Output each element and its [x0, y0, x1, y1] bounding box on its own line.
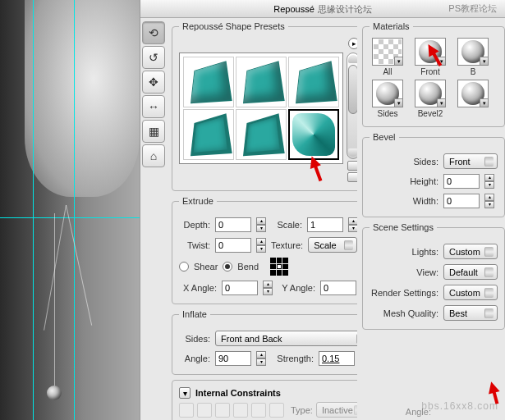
material-extra-swatch[interactable]: ▾ — [457, 80, 489, 107]
xangle-input[interactable]: 0 — [222, 281, 258, 295]
material-bevel2-label: Bevel2 — [418, 109, 443, 118]
presets-flyout-button[interactable]: ▸ — [348, 38, 357, 49]
material-b-label: B — [471, 67, 476, 76]
constraint-icon — [233, 403, 248, 418]
preset-puff[interactable] — [288, 109, 339, 160]
depth-label: Depth: — [179, 220, 210, 230]
preset-cube-2[interactable] — [236, 57, 287, 107]
inflate-strength-input[interactable]: 0.15 — [319, 351, 355, 366]
extrude-group: Extrude Depth: 0 ▴▾ Scale: 1 ▴▾ Twist: 0… — [172, 196, 357, 304]
xangle-spinner[interactable]: ▴▾ — [263, 281, 273, 295]
scale-label: Scale: — [271, 220, 302, 230]
window-title: Repoussé — [273, 0, 314, 18]
scale-spinner[interactable]: ▴▾ — [348, 217, 357, 232]
inflate-angle-input[interactable]: 90 — [215, 351, 251, 366]
material-all-swatch[interactable]: ▾ — [372, 38, 403, 66]
twist-label: Twist: — [179, 240, 210, 250]
internal-legend: Internal Constraints — [195, 388, 281, 398]
bevel-height-input[interactable]: 0 — [443, 174, 480, 189]
view-select[interactable]: Default — [443, 264, 498, 280]
preset-grid — [179, 52, 343, 164]
shear-label: Shear — [194, 262, 218, 272]
material-bevel2-swatch[interactable]: ▾ — [415, 80, 446, 107]
internal-constraints-group: ▾ Internal Constraints Type: Inactive — [172, 380, 357, 420]
pendulum-string — [54, 213, 55, 390]
scene-legend: Scene Settings — [370, 222, 437, 232]
material-b-swatch[interactable]: ▾ — [457, 38, 489, 66]
preset-bevel-2[interactable] — [236, 109, 287, 160]
xangle-label: X Angle: — [179, 283, 217, 293]
tool-slide[interactable]: ↔ — [142, 95, 165, 118]
material-front-swatch[interactable]: ▾ — [415, 38, 446, 66]
extrude-legend: Extrude — [179, 196, 217, 206]
internal-type-select[interactable]: Inactive — [316, 402, 357, 418]
bend-label: Bend — [237, 262, 259, 272]
origin-widget[interactable] — [270, 258, 288, 276]
inflate-angle-label: Angle: — [179, 354, 210, 363]
bevel-width-label: Width: — [370, 196, 438, 206]
rendered-shape — [25, 0, 140, 197]
scene-settings-group: Scene Settings Lights: Custom View: Defa… — [362, 222, 505, 330]
preset-down-button[interactable] — [347, 172, 357, 182]
bevel-width-spinner[interactable]: ▴▾ — [484, 194, 494, 208]
preset-cube-1[interactable] — [183, 57, 234, 107]
material-front-label: Front — [420, 67, 439, 76]
constraint-icon — [179, 403, 194, 418]
viewport-3d — [0, 0, 140, 420]
shear-radio[interactable] — [179, 262, 189, 272]
twist-input[interactable]: 0 — [215, 238, 251, 253]
material-sides-swatch[interactable]: ▾ — [372, 80, 403, 107]
mesh-select[interactable]: Best — [443, 305, 498, 321]
watermark-top: PS教程论坛 — [448, 2, 497, 15]
scale-input[interactable]: 1 — [307, 217, 343, 232]
tool-roll[interactable]: ↺ — [142, 46, 165, 69]
inflate-legend: Inflate — [179, 309, 210, 319]
bevel-legend: Bevel — [370, 132, 399, 142]
bend-radio[interactable] — [223, 262, 232, 272]
inflate-angle-spinner[interactable]: ▴▾ — [256, 351, 266, 366]
preset-bevel-1[interactable] — [183, 109, 234, 160]
material-all-label: All — [383, 67, 392, 76]
pendulum-ball — [47, 386, 62, 400]
depth-spinner[interactable]: ▴▾ — [256, 217, 266, 232]
repousse-panel: Repoussé 思缘设计论坛 ⟲ ↺ ✥ ↔ ▦ ⌂ Repoussé Sha… — [140, 0, 505, 420]
depth-input[interactable]: 0 — [215, 217, 251, 232]
disclosure-button[interactable]: ▾ — [179, 387, 191, 399]
inflate-strength-label: Strength: — [271, 354, 314, 363]
tool-pan[interactable]: ✥ — [142, 71, 165, 94]
guide-vertical — [74, 0, 75, 420]
constraint-icon — [215, 403, 230, 418]
texture-select[interactable]: Scale — [308, 237, 357, 253]
wireframe-line — [44, 205, 67, 331]
tool-home[interactable]: ⌂ — [142, 144, 165, 167]
preset-up-button[interactable] — [347, 161, 357, 171]
presets-legend: Repoussé Shape Presets — [179, 21, 288, 31]
inflate-sides-select[interactable]: Front and Back — [215, 331, 357, 346]
wireframe-line — [66, 205, 92, 326]
watermark-bottom: bbs.16xx8.com — [421, 400, 498, 412]
bevel-height-label: Height: — [370, 176, 438, 186]
bevel-group: Bevel Sides: Front Height: 0 ▴▾ Width: 0… — [362, 132, 505, 217]
yangle-label: Y Angle: — [278, 283, 315, 293]
tool-scale[interactable]: ▦ — [142, 120, 165, 143]
bevel-width-input[interactable]: 0 — [443, 194, 480, 208]
constraint-icon — [269, 403, 284, 418]
materials-legend: Materials — [370, 21, 413, 31]
lights-label: Lights: — [370, 247, 438, 257]
twist-spinner[interactable]: ▴▾ — [256, 238, 266, 253]
render-label: Render Settings: — [370, 288, 438, 298]
bevel-height-spinner[interactable]: ▴▾ — [484, 174, 494, 189]
preset-cube-3[interactable] — [288, 57, 339, 107]
bevel-sides-select[interactable]: Front — [443, 153, 498, 169]
preset-scrollbar[interactable] — [347, 52, 357, 159]
bevel-sides-label: Sides: — [370, 157, 438, 167]
materials-group: Materials ▾ All ▾ Front ▾ B ▾ — [362, 21, 505, 127]
guide-vertical — [33, 0, 34, 420]
tool-column: ⟲ ↺ ✥ ↔ ▦ ⌂ — [140, 18, 167, 420]
view-label: View: — [370, 267, 438, 277]
lights-select[interactable]: Custom — [443, 244, 498, 259]
tool-rotate[interactable]: ⟲ — [142, 21, 165, 44]
mesh-label: Mesh Quality: — [370, 308, 438, 318]
yangle-input[interactable]: 0 — [320, 281, 356, 295]
render-select[interactable]: Custom — [443, 285, 498, 300]
